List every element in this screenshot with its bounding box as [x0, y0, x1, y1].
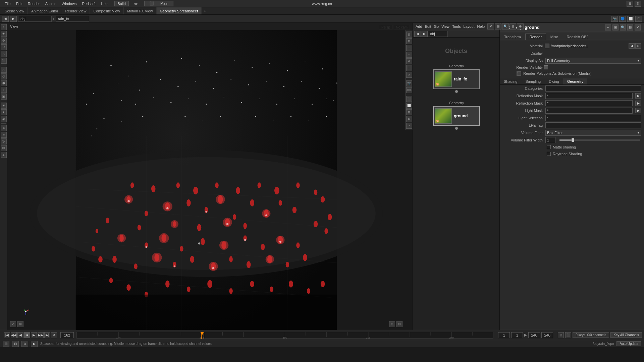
viewport-tool-2[interactable]: ⊟: [406, 38, 412, 44]
tab-redshift-obj[interactable]: Redshift OBJ: [562, 34, 593, 40]
net-back[interactable]: ◀: [414, 31, 421, 37]
viewport-tool-5[interactable]: ⊕: [406, 58, 412, 64]
light-mask-input[interactable]: [545, 108, 633, 114]
net-view[interactable]: View: [441, 24, 449, 28]
render-vis-checkbox[interactable]: [544, 65, 548, 69]
back-icon[interactable]: ◀: [2, 16, 9, 22]
key-all-channels-btn[interactable]: Key All Channels: [610, 332, 642, 338]
light-mask-btn[interactable]: ▶: [635, 108, 641, 113]
move-tool[interactable]: ✛: [1, 38, 7, 44]
net-help[interactable]: Help: [477, 24, 485, 28]
sub-tab-sampling[interactable]: Sampling: [521, 78, 545, 84]
fx-tool2[interactable]: ≋: [1, 132, 7, 138]
tab-animation-editor[interactable]: Animation Editor: [28, 7, 62, 14]
slider-thumb[interactable]: [572, 138, 574, 142]
viewport-tool-1[interactable]: ⊞: [406, 32, 412, 38]
net-icon-3[interactable]: 🔍: [502, 23, 509, 29]
tab-composite-view[interactable]: Composite View: [90, 7, 123, 14]
geo-tool5[interactable]: ▣: [1, 94, 7, 100]
net-layout[interactable]: Layout: [464, 24, 475, 28]
light-tool2[interactable]: ✦: [1, 109, 7, 115]
net-icon-4[interactable]: ⊟: [509, 23, 516, 29]
net-icon-5[interactable]: ⊕: [517, 23, 524, 29]
layout-icon[interactable]: ⊞: [627, 1, 633, 7]
frame-range-end-1[interactable]: [528, 332, 540, 338]
tab-geometry-spreadsheet[interactable]: Geometry Spreadsheet: [157, 7, 202, 14]
geo-tool4[interactable]: ○: [1, 87, 7, 93]
menu-file[interactable]: File: [3, 1, 13, 6]
geo-tool2[interactable]: ⬡: [1, 73, 7, 79]
timeline-icon-2[interactable]: ⬛: [565, 332, 571, 338]
tab-render[interactable]: Render: [525, 34, 546, 40]
props-icon-2[interactable]: ⊞: [612, 24, 619, 31]
current-frame-input[interactable]: [60, 332, 74, 338]
node-ground[interactable]: Geometry 🎨 ground: [433, 101, 480, 130]
viewport-tool-12[interactable]: ⊞: [406, 109, 412, 115]
light-selection-input[interactable]: [545, 115, 641, 121]
viewport-tool-11[interactable]: ⬜: [406, 103, 412, 109]
menu-windows[interactable]: Windows: [60, 1, 79, 6]
view-tool[interactable]: 👁: [1, 31, 7, 37]
props-icon-1[interactable]: ↔: [605, 24, 611, 31]
btn-play-back[interactable]: ◀: [17, 332, 23, 338]
timeline-icon-1[interactable]: ⊞: [558, 332, 564, 338]
vp-br-2[interactable]: ⊟: [396, 321, 402, 327]
viewport-tool-13[interactable]: ⊠: [406, 116, 412, 122]
status-icon-1[interactable]: ⊞: [3, 341, 9, 347]
menu-edit[interactable]: Edit: [14, 1, 24, 6]
auto-update-btn[interactable]: Auto Update: [616, 341, 641, 346]
light-tool1[interactable]: ☀: [1, 103, 7, 109]
matte-shading-checkbox[interactable]: [547, 145, 551, 149]
status-icon-3[interactable]: ⊕: [21, 341, 28, 347]
view-icon1[interactable]: ⬜: [627, 16, 634, 22]
net-path-display[interactable]: obj: [428, 31, 448, 37]
viewport-tool-7[interactable]: ✕: [406, 72, 412, 78]
vp-bottom-1[interactable]: ↙: [10, 321, 16, 327]
select-tool[interactable]: ↖: [1, 24, 7, 30]
vol-filter-width-slider[interactable]: [559, 139, 640, 141]
btn-next[interactable]: ▶▶: [38, 332, 44, 338]
playhead-handle[interactable]: [202, 332, 206, 339]
reflection-mask-btn[interactable]: ▶: [635, 93, 641, 99]
scene-viewport[interactable]: [7, 30, 405, 330]
cam-icon[interactable]: 📷: [611, 16, 618, 22]
rotate-tool[interactable]: ↺: [1, 44, 7, 50]
btn-play[interactable]: ▶: [31, 332, 37, 338]
geo-tool3[interactable]: ⬢: [1, 80, 7, 86]
refraction-mask-input[interactable]: [545, 100, 633, 106]
props-icon-5[interactable]: ✕: [635, 24, 641, 31]
material-btn-2[interactable]: ⊞: [635, 43, 641, 49]
viewport-tool-6[interactable]: ☲: [406, 65, 412, 71]
camera-tool[interactable]: ⬛: [1, 58, 7, 64]
path-rain-fx[interactable]: rain_fx: [56, 16, 89, 22]
menu-help[interactable]: Help: [99, 1, 111, 6]
btn-start[interactable]: |◀: [4, 332, 10, 338]
sub-tab-shading[interactable]: Shading: [500, 78, 521, 84]
menu-assets[interactable]: Assets: [43, 1, 58, 6]
add-tab-button[interactable]: +: [202, 8, 208, 14]
net-go[interactable]: Go: [434, 24, 439, 28]
timeline-ruler-track[interactable]: 144 162 192 216 240: [76, 332, 493, 339]
forward-icon[interactable]: ▶: [10, 16, 17, 22]
view-icon2[interactable]: ⬚: [635, 16, 642, 22]
props-icon-4[interactable]: ⊟: [627, 24, 633, 31]
reflection-mask-input[interactable]: [545, 93, 633, 99]
tab-render-view[interactable]: Render View: [62, 7, 90, 14]
fx-tool3[interactable]: ⛒: [1, 138, 7, 144]
viewport-tool-9[interactable]: abc: [406, 87, 412, 93]
viewport-tool-4[interactable]: ↔: [406, 52, 412, 58]
props-icon-3[interactable]: 🔍: [620, 24, 626, 31]
render-icon[interactable]: 🔵: [619, 16, 626, 22]
lpe-tag-input[interactable]: [545, 122, 641, 128]
categories-input[interactable]: [545, 85, 641, 92]
viewport-tool-14[interactable]: ?: [406, 123, 412, 129]
viewport-tool-3[interactable]: ↑: [406, 45, 412, 51]
frame-range-start-1[interactable]: [498, 332, 510, 338]
network-content[interactable]: Objects Geometry 🎨 rain_fx Geometry 🎨: [413, 38, 499, 330]
viewport[interactable]: View: [7, 23, 413, 330]
settings-icon[interactable]: ⚙: [635, 1, 641, 7]
net-add[interactable]: Add: [416, 24, 422, 28]
btn-loop[interactable]: ↺: [51, 332, 57, 338]
net-tools[interactable]: Tools: [452, 24, 461, 28]
viewport-tool-8[interactable]: 📷: [406, 80, 412, 86]
